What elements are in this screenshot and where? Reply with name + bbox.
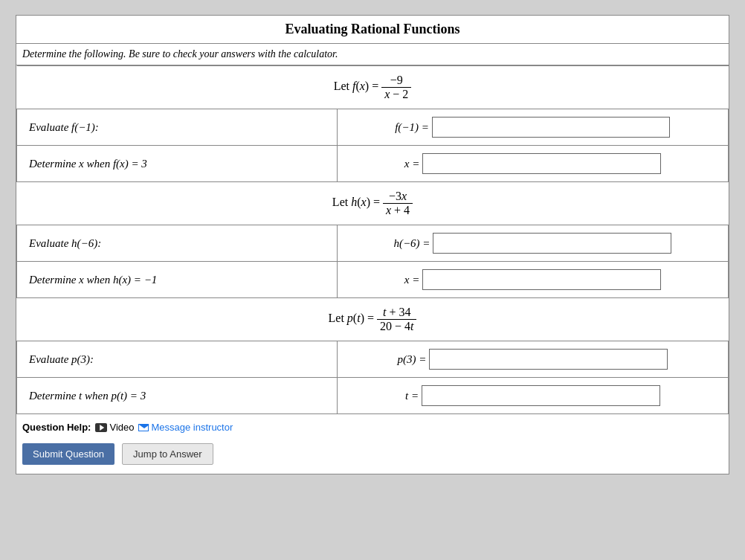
fraction-1: −9 x − 2	[381, 74, 411, 101]
answer-cell-h-neg6: h(−6) =	[337, 225, 728, 262]
page-title: Evaluating Rational Functions	[16, 16, 729, 44]
answer-cell-p-3: p(3) =	[337, 341, 728, 378]
input-p-3[interactable]	[429, 349, 668, 370]
subtitle: Determine the following. Be sure to chec…	[16, 44, 729, 65]
numerator-3: t + 34	[377, 306, 416, 320]
numerator-1: −9	[381, 74, 411, 88]
function-def-row-1: Let f(x) = −9 x − 2	[17, 66, 729, 109]
prefix-x-f3: x =	[404, 158, 420, 170]
input-f-neg1[interactable]	[432, 117, 671, 138]
table-row: Determine t when p(t) = 3 t =	[17, 378, 729, 414]
question-table: Let f(x) = −9 x − 2 Evaluate f(−1): f(−1…	[16, 65, 729, 414]
answer-line-p-3: p(3) =	[349, 349, 716, 370]
function-prefix-1: Let f(x) =	[334, 80, 382, 92]
denominator-1: x − 2	[381, 88, 411, 101]
label-t-p3: Determine t when p(t) = 3	[17, 378, 338, 414]
label-x-f3: Determine x when f(x) = 3	[17, 146, 338, 182]
answer-line-t-p3: t =	[349, 385, 716, 406]
jump-to-answer-button[interactable]: Jump to Answer	[122, 443, 213, 465]
input-x-f3[interactable]	[422, 153, 661, 174]
function-def-row-3: Let p(t) = t + 34 20 − 4t	[17, 298, 729, 341]
answer-line-f-neg1: f(−1) =	[349, 117, 716, 138]
video-label: Video	[109, 422, 134, 433]
prefix-h-neg6: h(−6) =	[393, 237, 430, 250]
function-def-1: Let f(x) = −9 x − 2	[17, 66, 729, 109]
fraction-2: −3x x + 4	[383, 190, 413, 217]
label-evaluate-h-neg6: Evaluate h(−6):	[17, 225, 338, 262]
label-x-h-neg1: Determine x when h(x) = −1	[17, 262, 338, 298]
fraction-3: t + 34 20 − 4t	[377, 306, 416, 333]
prefix-x-h-neg1: x =	[404, 274, 420, 286]
input-t-p3[interactable]	[422, 385, 660, 406]
submit-button[interactable]: Submit Question	[22, 443, 115, 465]
table-row: Determine x when f(x) = 3 x =	[17, 146, 729, 182]
video-link[interactable]: Video	[95, 422, 134, 433]
main-container: Evaluating Rational Functions Determine …	[16, 15, 729, 474]
answer-line-h-neg6: h(−6) =	[349, 233, 716, 254]
answer-line-x-h-neg1: x =	[349, 269, 716, 290]
footer: Question Help: Video Message instructor	[16, 414, 729, 437]
input-x-h-neg1[interactable]	[422, 269, 661, 290]
answer-cell-f-neg1: f(−1) =	[337, 109, 728, 146]
answer-cell-x-f3: x =	[337, 146, 728, 182]
prefix-f-neg1: f(−1) =	[395, 121, 429, 134]
label-evaluate-p-3: Evaluate p(3):	[17, 341, 338, 378]
function-prefix-3: Let p(t) =	[329, 312, 377, 324]
mail-icon	[138, 424, 149, 431]
numerator-2: −3x	[383, 190, 413, 204]
prefix-p-3: p(3) =	[398, 353, 427, 366]
label-evaluate-f-neg1: Evaluate f(−1):	[17, 109, 338, 146]
message-instructor-link[interactable]: Message instructor	[138, 422, 233, 433]
input-h-neg6[interactable]	[433, 233, 671, 254]
answer-cell-x-h-neg1: x =	[337, 262, 728, 298]
answer-cell-t-p3: t =	[337, 378, 728, 414]
question-help-label: Question Help:	[22, 422, 91, 433]
denominator-2: x + 4	[383, 204, 413, 217]
table-row: Determine x when h(x) = −1 x =	[17, 262, 729, 298]
function-def-3: Let p(t) = t + 34 20 − 4t	[17, 298, 729, 341]
function-def-row-2: Let h(x) = −3x x + 4	[17, 182, 729, 225]
denominator-3: 20 − 4t	[377, 320, 416, 333]
function-def-2: Let h(x) = −3x x + 4	[17, 182, 729, 225]
table-row: Evaluate p(3): p(3) =	[17, 341, 729, 378]
table-row: Evaluate f(−1): f(−1) =	[17, 109, 729, 146]
function-prefix-2: Let h(x) =	[332, 196, 383, 208]
answer-line-x-f3: x =	[349, 153, 716, 174]
message-instructor-label: Message instructor	[151, 422, 233, 433]
video-icon	[95, 423, 107, 432]
prefix-t-p3: t =	[405, 390, 419, 402]
table-row: Evaluate h(−6): h(−6) =	[17, 225, 729, 262]
buttons-row: Submit Question Jump to Answer	[16, 437, 729, 474]
